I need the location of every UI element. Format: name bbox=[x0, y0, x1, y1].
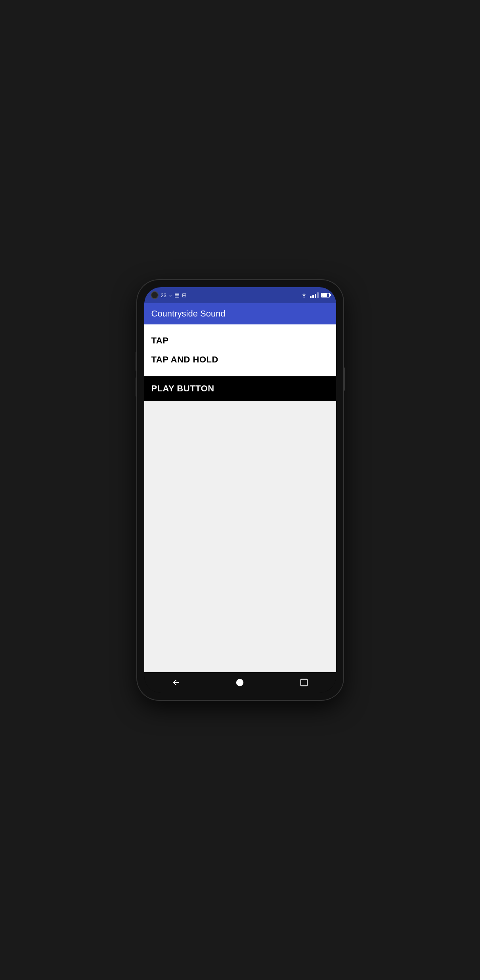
svg-point-0 bbox=[303, 297, 304, 298]
phone-screen: 23 ⬦ ▤ ⊟ bbox=[144, 287, 336, 693]
instructions-section: TAP TAP AND HOLD bbox=[144, 324, 336, 376]
wifi-icon bbox=[300, 292, 308, 298]
status-left: 23 ⬦ ▤ ⊟ bbox=[151, 291, 187, 299]
volume-down-button[interactable] bbox=[136, 377, 137, 397]
nfc-icon: ⬦ bbox=[169, 292, 172, 298]
battery-fill bbox=[322, 294, 327, 297]
home-button[interactable] bbox=[234, 677, 245, 688]
instruction-tap-and-hold[interactable]: TAP AND HOLD bbox=[151, 355, 329, 365]
play-button-section: PLAY BUTTON bbox=[144, 376, 336, 401]
play-area[interactable] bbox=[144, 401, 336, 672]
back-button[interactable] bbox=[170, 677, 182, 688]
status-right bbox=[300, 292, 330, 298]
camera-dot bbox=[151, 291, 159, 299]
app-bar: Countryside Sound bbox=[144, 303, 336, 324]
svg-point-1 bbox=[236, 679, 243, 686]
main-content: TAP TAP AND HOLD PLAY BUTTON bbox=[144, 324, 336, 672]
battery-icon bbox=[321, 293, 330, 297]
svg-rect-2 bbox=[301, 679, 308, 686]
recents-button[interactable] bbox=[298, 677, 310, 688]
status-bar: 23 ⬦ ▤ ⊟ bbox=[144, 287, 336, 303]
phone-frame: 23 ⬦ ▤ ⊟ bbox=[137, 280, 343, 700]
usb-icon: ⊟ bbox=[182, 292, 187, 298]
navigation-bar bbox=[144, 672, 336, 693]
app-title: Countryside Sound bbox=[151, 309, 226, 318]
volume-up-button[interactable] bbox=[136, 351, 137, 371]
play-button-label: PLAY BUTTON bbox=[151, 383, 214, 393]
instruction-tap[interactable]: TAP bbox=[151, 336, 329, 346]
power-button[interactable] bbox=[343, 367, 345, 391]
sd-icon: ▤ bbox=[174, 292, 180, 298]
status-time: 23 bbox=[161, 292, 166, 298]
signal-bars-icon bbox=[310, 292, 319, 298]
